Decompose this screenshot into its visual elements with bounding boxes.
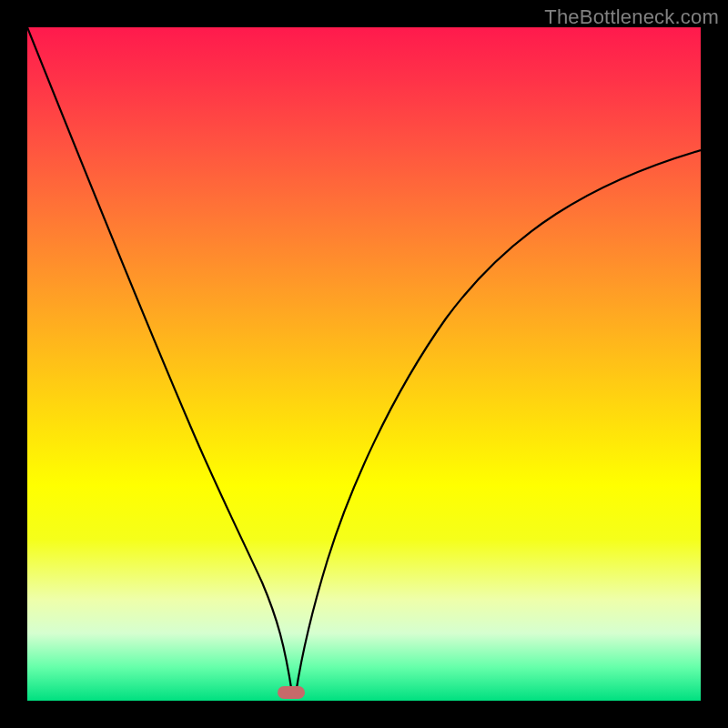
optimal-marker — [278, 686, 305, 699]
chart-frame: TheBottleneck.com — [0, 0, 728, 728]
curve-svg — [27, 27, 701, 701]
watermark-text: TheBottleneck.com — [544, 5, 719, 29]
bottleneck-curve-right — [296, 150, 701, 693]
bottleneck-curve-left — [27, 27, 292, 693]
